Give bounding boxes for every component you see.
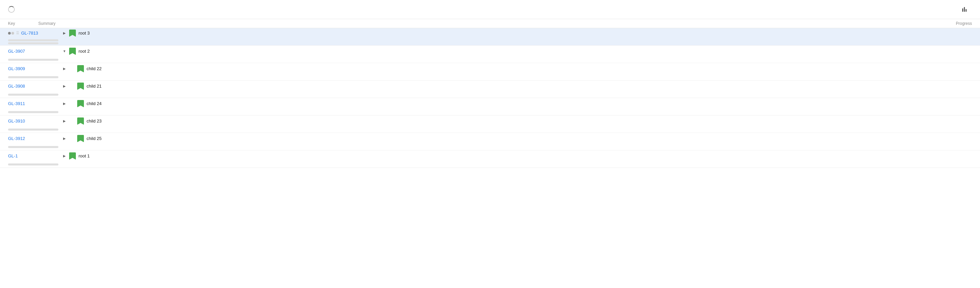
view-switcher[interactable] [962,7,972,12]
table-row: ⠿GL-7813root 3 [0,28,980,46]
key-link[interactable]: GL-3909 [8,66,25,71]
table-row: GL-3907root 2 [0,46,980,63]
drag-handle-icon[interactable]: ⠿ [16,31,19,36]
key-link[interactable]: GL-3908 [8,84,25,89]
progress-cell [8,39,62,44]
summary-wrapper: child 22 [62,65,972,73]
key-link[interactable]: GL-1 [8,153,18,158]
summary-cell: root 1 [69,153,90,160]
summary-wrapper: root 1 [62,153,972,160]
key-cell: GL-3910 [8,118,62,124]
progress-cell [8,111,62,113]
progress-bar [8,39,59,41]
loading-icon [8,6,15,13]
status-dot [8,32,14,35]
summary-cell: root 2 [69,48,90,55]
summary-wrapper: child 21 [62,83,972,90]
progress-bar-row [8,94,59,95]
progress-cell [8,146,62,148]
expand-cell [62,84,67,89]
summary-cell: child 23 [69,118,102,125]
summary-wrapper: child 25 [62,135,972,142]
progress-cell [8,76,62,78]
bookmark-icon [77,135,84,142]
progress-bar-row [8,146,59,148]
key-cell: GL-1 [8,153,62,158]
expand-button[interactable] [62,136,67,141]
summary-wrapper: child 24 [62,100,972,107]
key-link[interactable]: GL-3910 [8,118,25,124]
header-left [8,6,23,13]
table-row: GL-1root 1 [0,150,980,168]
progress-cell [8,94,62,95]
progress-bar [8,42,59,44]
progress-bar-row [8,59,59,61]
table-row: GL-3911child 24 [0,98,980,116]
progress-cell [8,129,62,130]
table-row: GL-3912child 25 [0,133,980,150]
summary-text: root 2 [78,49,90,54]
expand-cell [62,136,67,141]
key-link[interactable]: GL-3912 [8,136,25,141]
progress-bar-row [8,76,59,78]
progress-bar [8,59,59,61]
progress-bar-row [8,39,59,41]
summary-text: child 21 [87,84,102,89]
col-summary-header: Summary [38,21,99,26]
expand-button[interactable] [62,84,67,89]
progress-bar-row [8,129,59,130]
progress-bar [8,129,59,130]
summary-wrapper: root 2 [62,48,972,55]
progress-bar [8,146,59,148]
expand-button[interactable] [62,101,67,107]
key-cell: GL-3909 [8,66,62,71]
key-cell: GL-3908 [8,84,62,89]
table-row: GL-3910child 23 [0,116,980,133]
progress-cell [8,59,62,61]
col-empty-header [99,21,905,26]
expand-cell [62,153,67,159]
bookmark-icon [69,30,76,37]
key-link[interactable]: GL-3907 [8,49,25,54]
expand-cell [62,66,67,72]
col-key-header: Key [8,21,38,26]
bookmark-icon [77,65,84,73]
summary-wrapper: child 23 [62,118,972,125]
expand-button[interactable] [62,118,67,124]
key-link[interactable]: GL-7813 [21,30,38,36]
bookmark-icon [69,48,76,55]
summary-text: root 3 [78,30,90,36]
progress-bar-row [8,111,59,113]
expand-cell [62,49,67,54]
summary-cell: child 22 [69,65,102,73]
progress-bar-row [8,42,59,44]
key-cell: GL-3912 [8,136,62,141]
key-cell: GL-3911 [8,101,62,106]
summary-cell: child 21 [69,83,102,90]
summary-text: child 24 [87,101,102,106]
expand-cell [62,101,67,107]
col-progress-header: Progress [905,21,972,26]
progress-cell [8,164,62,165]
summary-cell: child 24 [69,100,102,107]
bookmark-icon [69,153,76,160]
progress-bar-row [8,164,59,165]
summary-wrapper: root 3 [62,30,972,37]
progress-bar [8,164,59,165]
summary-text: root 1 [78,153,90,158]
table-body: ⠿GL-7813root 3GL-3907root 2GL-3909child … [0,28,980,168]
bookmark-icon [77,83,84,90]
expand-button[interactable] [62,49,67,54]
expand-button[interactable] [62,30,67,36]
key-link[interactable]: GL-3911 [8,101,25,106]
summary-cell: child 25 [69,135,102,142]
key-cell: ⠿GL-7813 [8,30,62,36]
summary-text: child 25 [87,136,102,141]
key-cell: GL-3907 [8,49,62,54]
expand-button[interactable] [62,66,67,72]
table-header: Key Summary Progress [0,19,980,28]
expand-button[interactable] [62,153,67,159]
bars-icon [962,7,967,12]
bookmark-icon [77,100,84,107]
table-row: GL-3908child 21 [0,81,980,98]
